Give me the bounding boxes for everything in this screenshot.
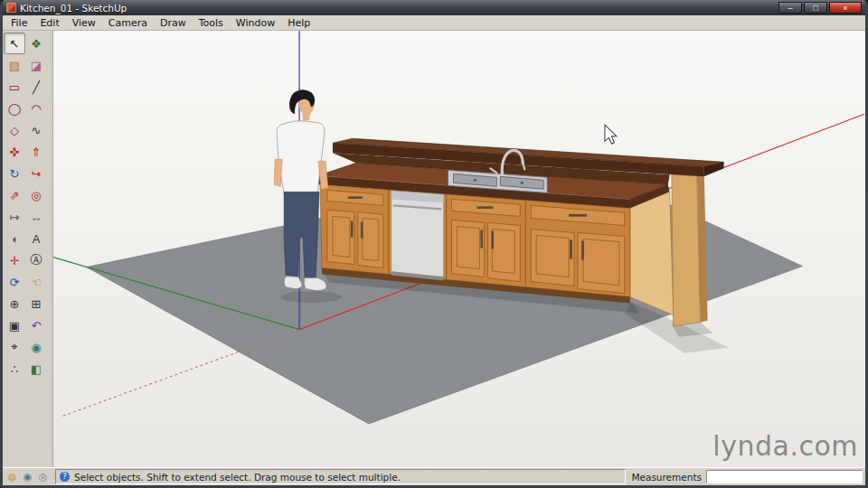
zoom-window-tool[interactable]: ⊞ [25, 293, 47, 314]
freehand-tool[interactable]: ∿ [25, 119, 47, 141]
sketchup-window: Kitchen_01 - SketchUp – □ × FileEditView… [0, 0, 868, 488]
zoom-window-icon: ⊞ [32, 297, 42, 311]
door-handle [491, 230, 494, 249]
titlebar[interactable]: Kitchen_01 - SketchUp – □ × [3, 0, 865, 15]
pan-icon: ☜ [31, 276, 42, 289]
door-handle [570, 239, 572, 258]
paint-bucket-icon: ▧ [9, 59, 20, 72]
offset-icon: ◎ [31, 189, 41, 202]
walk-tool[interactable]: ∴ [4, 358, 25, 380]
axes-tool[interactable]: ✛ [4, 249, 25, 271]
measurements-area: Measurements [631, 470, 863, 483]
offset-tool[interactable]: ◎ [25, 184, 47, 206]
status-icons: ◍◉◎ [5, 470, 50, 483]
scene-canvas [53, 31, 865, 467]
polygon-icon: ◇ [10, 124, 19, 137]
eraser-icon: ◪ [31, 59, 42, 72]
3d-text-tool[interactable]: Ⓐ [25, 249, 47, 271]
walk-icon: ∴ [11, 362, 18, 376]
end-panel [630, 192, 674, 314]
look-around-tool[interactable]: ◉ [25, 336, 47, 358]
menu-window[interactable]: Window [230, 16, 281, 30]
dimension-tool[interactable]: ↔ [25, 206, 47, 228]
protractor-tool[interactable]: ◖ [4, 228, 25, 249]
section-plane-tool[interactable]: ◧ [25, 358, 47, 380]
door-handle [361, 221, 363, 238]
make-component-tool[interactable]: ❖ [25, 33, 47, 54]
menu-edit[interactable]: Edit [33, 16, 65, 30]
zoom-extents-tool[interactable]: ▣ [4, 314, 25, 336]
eraser-tool[interactable]: ◪ [25, 54, 47, 76]
window-title: Kitchen_01 - SketchUp [20, 3, 127, 14]
scale-tool[interactable]: ⇗ [4, 184, 25, 206]
menu-view[interactable]: View [66, 16, 102, 30]
arc-tool[interactable]: ◠ [25, 98, 47, 119]
measurements-label: Measurements [631, 472, 702, 483]
text-tool[interactable]: A [25, 228, 47, 249]
section-plane-icon: ◧ [31, 362, 42, 376]
status-hint-text: Select objects. Shift to extend select. … [74, 472, 401, 483]
zoom-extents-icon: ▣ [9, 319, 20, 333]
status-hint-panel: ? Select objects. Shift to extend select… [55, 469, 626, 484]
move-icon: ✜ [10, 145, 20, 159]
measurements-input[interactable] [706, 470, 863, 483]
look-around-icon: ◉ [31, 341, 41, 354]
modeling-viewport[interactable]: lynda.com [53, 31, 865, 467]
geolocation-icon[interactable]: ◍ [5, 470, 19, 483]
help-icon: ? [60, 472, 70, 482]
drawer-handle [348, 196, 363, 199]
person-shadow [280, 291, 342, 303]
door-handle [480, 230, 483, 248]
minimize-button[interactable]: – [778, 2, 802, 14]
menu-file[interactable]: File [5, 16, 33, 30]
push-pull-tool[interactable]: ⇑ [25, 141, 47, 163]
push-pull-icon: ⇑ [32, 145, 42, 159]
follow-me-tool[interactable]: ↪ [25, 163, 47, 184]
orbit-tool[interactable]: ⟳ [4, 271, 25, 293]
3d-text-icon: Ⓐ [31, 252, 42, 268]
rectangle-icon: ▭ [9, 80, 20, 94]
rotate-tool[interactable]: ↻ [4, 163, 25, 184]
arc-icon: ◠ [31, 102, 41, 116]
door-handle [351, 221, 354, 237]
drawer-handle [476, 206, 493, 209]
dimension-icon: ↔ [31, 211, 42, 224]
door-handle [581, 240, 584, 259]
maximize-button[interactable]: □ [804, 2, 827, 14]
credits-icon[interactable]: ◎ [36, 470, 50, 483]
tool-palette: ↖❖▧◪▭╱◯◠◇∿✜⇑↻↪⇗◎↦↔◖A✛Ⓐ⟳☜⊕⊞▣↶⌖◉∴◧ [3, 31, 53, 467]
menu-camera[interactable]: Camera [102, 16, 154, 30]
shirt [277, 121, 325, 194]
claim-model-icon[interactable]: ◉ [21, 470, 34, 483]
follow-me-icon: ↪ [32, 167, 42, 181]
neck [302, 112, 310, 120]
tape-measure-tool[interactable]: ↦ [4, 206, 25, 228]
polygon-tool[interactable]: ◇ [4, 119, 25, 141]
line-tool[interactable]: ╱ [25, 76, 47, 98]
move-tool[interactable]: ✜ [4, 141, 25, 163]
position-camera-tool[interactable]: ⌖ [4, 336, 25, 358]
close-button[interactable]: × [829, 2, 862, 14]
drawer-handle [569, 214, 587, 217]
tape-measure-icon: ↦ [10, 211, 20, 224]
circle-tool[interactable]: ◯ [4, 98, 25, 119]
sketchup-logo-icon [6, 3, 16, 13]
cabinet-right-section [531, 205, 625, 293]
paint-bucket-tool[interactable]: ▧ [4, 54, 25, 76]
support-column [672, 166, 701, 325]
content-area: ↖❖▧◪▭╱◯◠◇∿✜⇑↻↪⇗◎↦↔◖A✛Ⓐ⟳☜⊕⊞▣↶⌖◉∴◧ [3, 31, 865, 467]
position-camera-icon: ⌖ [11, 340, 17, 354]
scale-icon: ⇗ [10, 189, 20, 202]
axes-icon: ✛ [10, 254, 20, 267]
menu-help[interactable]: Help [281, 16, 316, 30]
previous-icon: ↶ [32, 319, 42, 333]
previous-tool[interactable]: ↶ [25, 314, 47, 336]
make-component-icon: ❖ [31, 37, 42, 51]
rectangle-tool[interactable]: ▭ [4, 76, 25, 98]
menu-draw[interactable]: Draw [154, 16, 193, 30]
protractor-icon: ◖ [11, 232, 18, 246]
zoom-tool[interactable]: ⊕ [4, 293, 25, 314]
pan-tool[interactable]: ☜ [25, 271, 47, 293]
select-tool[interactable]: ↖ [4, 33, 25, 54]
menu-tools[interactable]: Tools [193, 16, 230, 30]
